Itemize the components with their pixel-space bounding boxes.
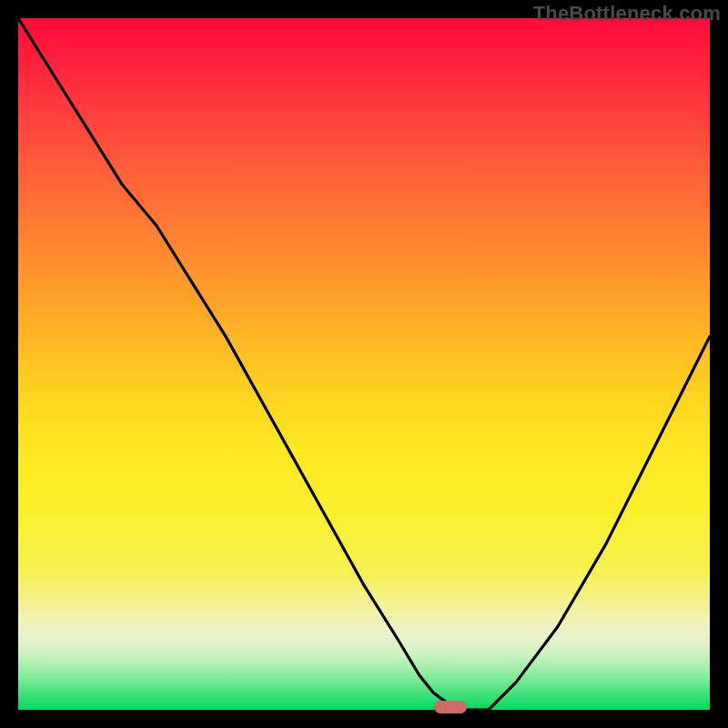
- curve-path: [18, 18, 710, 710]
- bottleneck-curve: [18, 18, 710, 710]
- chart-frame: TheBottleneck.com: [0, 0, 728, 728]
- optimal-marker: [434, 701, 467, 713]
- plot-area: [18, 18, 710, 710]
- watermark-text: TheBottleneck.com: [533, 2, 721, 25]
